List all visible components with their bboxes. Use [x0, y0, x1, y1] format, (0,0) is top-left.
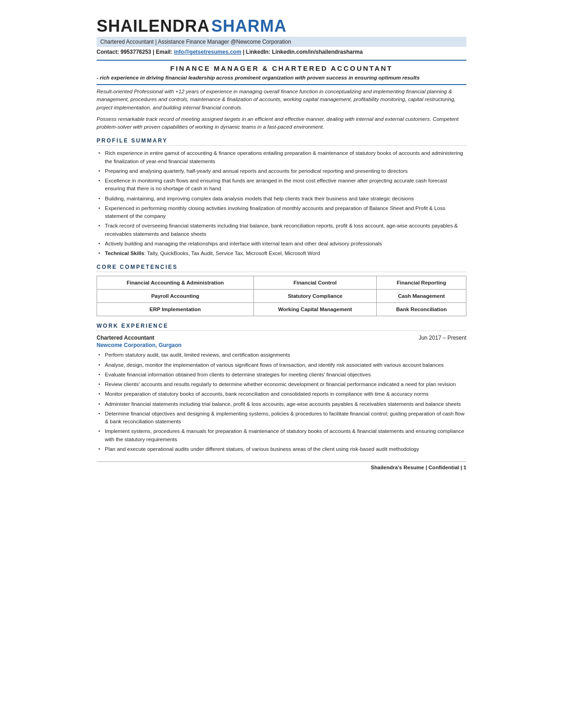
job-bullets-list: Perform statutory audit, tax audit, limi… — [97, 351, 466, 453]
job-title: Chartered Accountant — [97, 335, 155, 341]
competency-cell: Cash Management — [377, 290, 466, 303]
first-name: SHAILENDRA — [97, 17, 210, 35]
list-item: Plan and execute operational audits unde… — [97, 445, 466, 453]
core-competencies-heading: CORE COMPETENCIES — [97, 264, 466, 272]
list-item: Review clients' accounts and results reg… — [97, 381, 466, 388]
list-item: Actively building and managing the relat… — [97, 240, 466, 248]
competency-cell: Financial Control — [253, 276, 377, 290]
competency-cell: Bank Reconciliation — [377, 303, 466, 316]
hero-tagline: - rich experience in driving financial l… — [97, 75, 466, 80]
list-item: Rich experience in entire gamut of accou… — [97, 149, 466, 165]
list-item: Determine financial objectives and desig… — [97, 410, 466, 426]
competency-cell: Financial Reporting — [377, 276, 466, 290]
list-item: Evaluate financial information obtained … — [97, 371, 466, 379]
contact-bar: Contact: 9953776253 | Email: info@getset… — [97, 49, 466, 55]
summary-para-1: Result-oriented Professional with +12 ye… — [97, 88, 466, 112]
job-header: Chartered Accountant Jun 2017 – Present — [97, 335, 466, 341]
list-item: Experienced in performing monthly closin… — [97, 205, 466, 221]
competencies-table: Financial Accounting & Administration Fi… — [97, 276, 466, 316]
summary-para-2: Possess remarkable track record of meeti… — [97, 115, 466, 131]
footer: Shailendra's Resume | Confidential | 1 — [97, 461, 466, 470]
competency-cell: Working Capital Management — [253, 303, 377, 316]
list-item: Technical Skills: Tally, QuickBooks, Tax… — [97, 250, 466, 257]
list-item: Analyse, design, monitor the implementat… — [97, 361, 466, 369]
contact-label: Contact: — [97, 49, 119, 55]
linkedin-label: LinkedIn: — [246, 49, 270, 55]
profile-summary-list: Rich experience in entire gamut of accou… — [97, 149, 466, 257]
list-item: Excellence in monitoring cash flows and … — [97, 177, 466, 193]
competency-cell: Statutory Compliance — [253, 290, 377, 303]
table-row: Financial Accounting & Administration Fi… — [97, 276, 466, 290]
list-item: Track record of overseeing financial sta… — [97, 222, 466, 238]
table-row: Payroll Accounting Statutory Compliance … — [97, 290, 466, 303]
competency-cell: ERP Implementation — [97, 303, 254, 316]
contact-phone: 9953776253 — [121, 49, 151, 55]
list-item: Administer financial statements includin… — [97, 400, 466, 408]
subtitle-text: Chartered Accountant | Assistance Financ… — [100, 39, 291, 45]
list-item: Monitor preparation of statutory books o… — [97, 390, 466, 398]
top-divider — [97, 60, 466, 61]
list-item: Implement systems, procedures & manuals … — [97, 427, 466, 444]
hero-title: FINANCE MANAGER & CHARTERED ACCOUNTANT — [97, 64, 466, 72]
profile-summary-heading: PROFILE SUMMARY — [97, 137, 466, 146]
table-row: ERP Implementation Working Capital Manag… — [97, 303, 466, 316]
email-label: Email: — [156, 49, 172, 55]
hero-divider — [97, 84, 466, 85]
list-item: Perform statutory audit, tax audit, limi… — [97, 351, 466, 359]
list-item: Preparing and analysing quarterly, half-… — [97, 167, 466, 175]
work-experience-heading: WORK EXPERIENCE — [97, 323, 466, 331]
list-item: Building, maintaining, and improving com… — [97, 195, 466, 203]
name-block: SHAILENDRA SHARMA — [97, 17, 466, 36]
email-link[interactable]: info@getsetresumes.com — [174, 49, 241, 55]
competency-cell: Financial Accounting & Administration — [97, 276, 254, 290]
last-name: SHARMA — [211, 17, 287, 35]
linkedin-value: Linkedin.com/in/shailendrasharma — [272, 49, 362, 55]
company-name: Newcome Corporation, Gurgaon — [97, 342, 466, 348]
job-date: Jun 2017 – Present — [419, 335, 466, 341]
subtitle-bar: Chartered Accountant | Assistance Financ… — [97, 37, 466, 47]
competency-cell: Payroll Accounting — [97, 290, 254, 303]
